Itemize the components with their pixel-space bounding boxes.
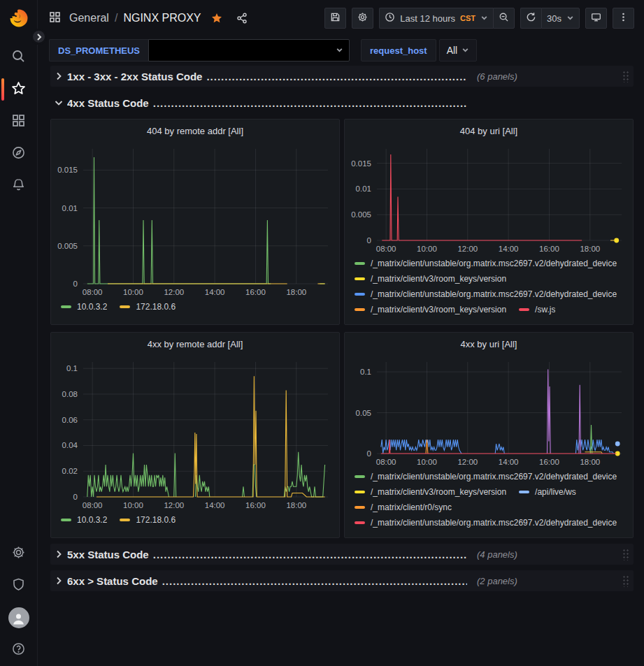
legend-item[interactable]: 10.0.3.2: [61, 514, 107, 526]
leader-dots: ........................................…: [162, 575, 467, 587]
svg-text:0.05: 0.05: [356, 409, 371, 417]
legend-item[interactable]: /_matrix/client/unstable/org.matrix.msc2…: [355, 288, 617, 300]
chevron-right-icon: [53, 575, 64, 586]
sidebar-item-dashboards[interactable]: [0, 106, 38, 138]
legend-item[interactable]: /_matrix/client/unstable/org.matrix.msc2…: [355, 470, 617, 482]
tv-mode-button[interactable]: [585, 8, 607, 29]
series-color-swatch: [355, 293, 365, 296]
row-header-1xx-3xx-2xx[interactable]: 1xx - 3xx - 2xx Status Code.............…: [50, 66, 634, 87]
gear-icon: [357, 12, 368, 24]
row-header-4xx[interactable]: 4xx Status Code.........................…: [50, 92, 634, 113]
legend-item[interactable]: /_matrix/client/v3/room_keys/version: [355, 303, 506, 315]
gear-icon: [11, 545, 26, 563]
panel-title[interactable]: 404 by uri [All]: [345, 120, 633, 142]
datasource-variable-label[interactable]: DS_PROMETHEUS: [49, 39, 148, 61]
sidebar-item-profile[interactable]: [0, 602, 38, 634]
row-header-6xx[interactable]: 6xx > Status Code.......................…: [50, 570, 634, 591]
request-host-variable-select[interactable]: All: [439, 39, 478, 61]
time-series-chart[interactable]: 00.020.040.060.080.108:0010:0012:0014:00…: [51, 355, 339, 512]
refresh-button[interactable]: [520, 8, 541, 29]
time-range-picker[interactable]: Last 12 hours CST: [379, 8, 493, 29]
zoom-out-time-button[interactable]: [493, 8, 515, 29]
series-label: /sw.js: [535, 305, 555, 314]
svg-text:12:00: 12:00: [457, 245, 478, 253]
help-icon: [11, 642, 26, 659]
drag-handle-icon[interactable]: [622, 71, 629, 82]
svg-text:0: 0: [367, 449, 371, 458]
save-dashboard-button[interactable]: [324, 8, 346, 29]
sidebar-item-server-admin[interactable]: [0, 570, 38, 602]
time-series-chart[interactable]: 00.0050.010.01508:0010:0012:0014:0016:00…: [345, 142, 633, 256]
datasource-variable-select[interactable]: [148, 39, 350, 61]
chevron-down-icon: [480, 13, 488, 24]
chevron-right-icon: [53, 549, 64, 560]
legend: /_matrix/client/unstable/org.matrix.msc2…: [345, 256, 633, 319]
legend-item[interactable]: /api/live/ws: [519, 486, 576, 498]
svg-text:0.06: 0.06: [62, 416, 78, 424]
svg-text:16:00: 16:00: [539, 245, 559, 253]
series-color-swatch: [355, 491, 365, 493]
legend-item[interactable]: /sw.js: [519, 303, 555, 315]
sidebar-item-configuration[interactable]: [0, 537, 38, 570]
grafana-logo-icon[interactable]: [8, 8, 29, 29]
legend-item[interactable]: 10.0.3.2: [61, 301, 107, 312]
svg-text:10:00: 10:00: [417, 245, 437, 253]
drag-handle-icon[interactable]: [622, 549, 629, 560]
panel-title[interactable]: 404 by remote addr [All]: [51, 120, 339, 142]
svg-text:10:00: 10:00: [123, 501, 143, 509]
sidebar-item-alerting[interactable]: [0, 170, 38, 202]
dashboard-grid-icon: [49, 11, 61, 26]
series-label: 172.18.0.6: [136, 302, 176, 312]
svg-text:0.005: 0.005: [351, 210, 371, 219]
series-color-swatch: [355, 277, 365, 280]
shield-icon: [11, 577, 26, 595]
dashboard-settings-button[interactable]: [352, 8, 373, 29]
kebab-menu-button[interactable]: [613, 8, 634, 29]
svg-text:0.015: 0.015: [351, 159, 371, 168]
chevron-down-icon: [461, 45, 469, 56]
svg-text:16:00: 16:00: [245, 501, 266, 509]
breadcrumb-title[interactable]: NGINX PROXY: [123, 12, 201, 24]
chevron-down-icon: [53, 97, 64, 108]
leader-dots: ........................................…: [206, 71, 467, 82]
chevron-down-icon: [336, 44, 343, 57]
request-host-variable-label[interactable]: request_host: [361, 39, 436, 61]
sidebar-item-help[interactable]: [0, 634, 38, 666]
refresh-interval-picker[interactable]: 30s: [541, 8, 580, 29]
favorite-star-button[interactable]: [207, 8, 227, 28]
sidebar-item-search[interactable]: [0, 41, 38, 73]
expand-sidebar-button[interactable]: [31, 29, 47, 45]
sidebar-item-explore[interactable]: [0, 138, 38, 170]
legend-item[interactable]: /_matrix/client/r0/sync: [355, 501, 452, 513]
legend: 10.0.3.2172.18.0.6: [51, 512, 339, 533]
timezone-label: CST: [460, 14, 475, 22]
row-panel-count: (6 panels): [477, 71, 517, 82]
legend-item[interactable]: /_matrix/client/v3/room_keys/version: [355, 273, 506, 284]
legend-item[interactable]: 172.18.0.6: [120, 301, 176, 312]
breadcrumb-section[interactable]: General: [69, 12, 109, 24]
share-icon[interactable]: [232, 8, 252, 28]
row-header-5xx[interactable]: 5xx Status Code.........................…: [50, 544, 634, 565]
series-label: /_matrix/client/r0/sync: [371, 502, 452, 512]
time-series-chart[interactable]: 00.050.108:0010:0012:0014:0016:0018:00: [345, 355, 633, 469]
row-title: 5xx Status Code: [67, 549, 149, 560]
series-label: /_matrix/client/unstable/org.matrix.msc2…: [371, 289, 617, 299]
legend-item[interactable]: /_matrix/client/unstable/org.matrix.msc2…: [355, 516, 617, 528]
series-color-swatch: [519, 491, 529, 493]
series-color-swatch: [61, 519, 71, 521]
panel-title[interactable]: 4xx by remote addr [All]: [51, 333, 339, 355]
sidebar-item-starred[interactable]: [0, 73, 38, 106]
panel-title[interactable]: 4xx by uri [All]: [345, 333, 633, 355]
svg-text:12:00: 12:00: [164, 288, 184, 296]
series-label: /_matrix/client/v3/room_keys/version: [371, 274, 506, 284]
svg-text:18:00: 18:00: [286, 501, 306, 509]
drag-handle-icon[interactable]: [622, 575, 629, 587]
svg-text:0: 0: [73, 280, 78, 288]
time-series-chart[interactable]: 00.0050.010.01508:0010:0012:0014:0016:00…: [51, 142, 339, 299]
series-label: 172.18.0.6: [136, 515, 176, 525]
legend-item[interactable]: /_matrix/client/unstable/org.matrix.msc2…: [355, 257, 617, 269]
svg-text:16:00: 16:00: [245, 288, 266, 296]
legend-item[interactable]: 172.18.0.6: [120, 514, 176, 526]
legend-item[interactable]: /_matrix/client/v3/room_keys/version: [355, 486, 506, 498]
dashboard-header: General / NGINX PROXY Last 12 hours CST: [38, 0, 644, 36]
